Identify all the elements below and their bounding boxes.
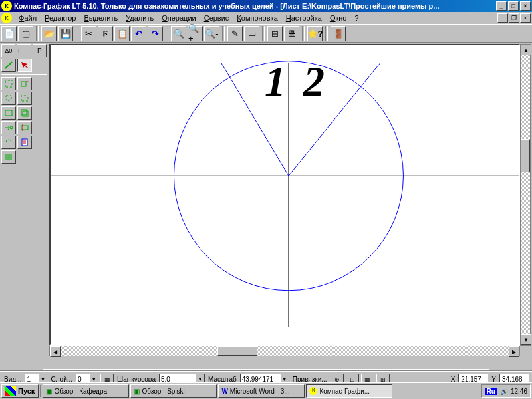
select-crossing-button[interactable] xyxy=(1,106,16,120)
preview-button[interactable]: 🖶 xyxy=(284,26,299,41)
app-icon: К xyxy=(1,1,12,11)
properties-button[interactable] xyxy=(17,136,32,149)
volume-icon[interactable]: 🔊 xyxy=(500,388,508,395)
task-kompas[interactable]: ККомпас-Графи... xyxy=(306,384,392,398)
exit-button[interactable]: 🚪 xyxy=(331,26,346,41)
task-obzor-kafedra[interactable]: ▣Обзор - Кафедра xyxy=(43,384,129,398)
deselect-button[interactable] xyxy=(1,136,16,149)
titlebar: К Компас-График LT 5.10. Только для озна… xyxy=(0,0,532,12)
svg-rect-7 xyxy=(21,110,27,115)
minimize-button[interactable]: _ xyxy=(496,1,507,11)
svg-marker-4 xyxy=(6,96,11,101)
edit-button[interactable]: ✎ xyxy=(227,26,243,41)
svg-rect-8 xyxy=(23,111,28,116)
context-help-button[interactable]: ⭐? xyxy=(307,26,323,41)
window-title: Компас-График LT 5.10. Только для ознако… xyxy=(14,2,496,10)
copy-button[interactable]: ⎘ xyxy=(98,26,113,41)
mdi-restore-button[interactable]: ❐ xyxy=(509,13,519,23)
language-indicator[interactable]: Ru xyxy=(485,388,497,395)
task-obzor-spiski[interactable]: ▣Обзор - Spiski xyxy=(130,384,217,398)
taskbar: Пуск ▣Обзор - Кафедра ▣Обзор - Spiski WM… xyxy=(0,382,532,399)
hatch-button[interactable] xyxy=(1,150,16,164)
cursor-tool-button[interactable] xyxy=(17,59,32,72)
maximize-button[interactable]: □ xyxy=(508,1,519,11)
close-button[interactable]: × xyxy=(520,1,531,11)
mdi-close-button[interactable]: × xyxy=(520,13,531,23)
cut-button[interactable]: ✂ xyxy=(81,26,96,41)
menu-select[interactable]: Выделить xyxy=(80,13,122,23)
sector-label-2: 2 xyxy=(303,57,325,106)
menu-settings[interactable]: Настройка xyxy=(282,13,326,23)
scroll-right-button[interactable]: ▶ xyxy=(509,346,519,357)
menu-edit[interactable]: Редактор xyxy=(41,13,80,23)
svg-rect-2 xyxy=(21,82,26,86)
view-button[interactable]: ▭ xyxy=(244,26,259,41)
select-poly-button[interactable] xyxy=(1,92,16,105)
clock[interactable]: 12:46 xyxy=(511,388,527,395)
menu-service[interactable]: Сервис xyxy=(200,13,233,23)
select-prev-button[interactable] xyxy=(1,121,16,134)
svg-text:+: + xyxy=(26,79,29,83)
scroll-down-button[interactable]: ▼ xyxy=(521,334,531,345)
svg-line-0 xyxy=(5,62,12,68)
menu-operations[interactable]: Операции xyxy=(158,13,200,23)
menu-layout[interactable]: Компоновка xyxy=(233,13,281,23)
menu-window[interactable]: Окно xyxy=(326,13,351,23)
menu-help[interactable]: ? xyxy=(351,13,363,23)
select-window-button[interactable] xyxy=(17,92,32,105)
left-toolbox: Δ0 ⊢⊣ P + xyxy=(0,43,48,358)
zoom-out-button[interactable]: 🔍- xyxy=(204,26,219,41)
mdi-minimize-button[interactable]: _ xyxy=(497,13,508,23)
menu-file[interactable]: Файл xyxy=(15,13,41,23)
parameters-panel xyxy=(0,358,532,371)
svg-point-9 xyxy=(10,126,13,129)
undo-button[interactable]: ↶ xyxy=(131,26,146,41)
start-button[interactable]: Пуск xyxy=(1,384,39,398)
sector-label-1: 1 xyxy=(265,57,286,106)
vertical-scrollbar[interactable]: ▲ ▼ xyxy=(520,44,531,346)
redo-button[interactable]: ↷ xyxy=(148,26,163,41)
windows-flag-icon xyxy=(5,386,16,396)
system-tray[interactable]: Ru 🔊 12:46 xyxy=(481,384,531,398)
select-rect-button[interactable] xyxy=(1,77,16,90)
mode-a-button[interactable]: Δ0 xyxy=(1,44,15,57)
save-button[interactable]: 💾 xyxy=(58,26,73,41)
app-menu-icon[interactable]: К xyxy=(1,13,12,23)
svg-line-22 xyxy=(289,63,380,176)
task-word[interactable]: WMicrosoft Word - 3... xyxy=(218,384,305,398)
line-tool-button[interactable] xyxy=(1,59,16,72)
main-toolbar: 📄 ▢ 📂 💾 ✂ ⎘ 📋 ↶ ↷ 🔍 🔍+ 🔍- ✎ ▭ ⊞ 🖶 ⭐? 🚪 xyxy=(0,24,532,43)
svg-rect-12 xyxy=(22,139,27,146)
scroll-up-button[interactable]: ▲ xyxy=(521,45,531,55)
select-group-button[interactable] xyxy=(17,121,32,134)
select-layer-button[interactable] xyxy=(17,106,32,120)
zoom-in-button[interactable]: 🔍+ xyxy=(188,26,203,41)
svg-rect-1 xyxy=(5,80,12,87)
paste-button[interactable]: 📋 xyxy=(114,26,130,41)
drawing-canvas[interactable]: 1 2 xyxy=(49,44,520,346)
snap-button[interactable]: ⊢⊣ xyxy=(17,44,31,57)
new-blank-button[interactable]: ▢ xyxy=(18,26,33,41)
scroll-left-button[interactable]: ◀ xyxy=(50,346,61,357)
horizontal-scrollbar[interactable]: ◀ ▶ xyxy=(49,346,520,356)
open-button[interactable]: 📂 xyxy=(41,26,57,41)
zoom-button[interactable]: 🔍 xyxy=(171,26,186,41)
select-add-button[interactable]: + xyxy=(17,77,32,90)
svg-rect-6 xyxy=(5,110,12,116)
param-button[interactable]: P xyxy=(33,44,47,57)
svg-rect-5 xyxy=(21,96,28,101)
menu-delete[interactable]: Удалить xyxy=(122,13,158,23)
menubar: К Файл Редактор Выделить Удалить Операци… xyxy=(0,12,532,24)
window-button[interactable]: ⊞ xyxy=(267,26,283,41)
new-doc-button[interactable]: 📄 xyxy=(1,26,17,41)
